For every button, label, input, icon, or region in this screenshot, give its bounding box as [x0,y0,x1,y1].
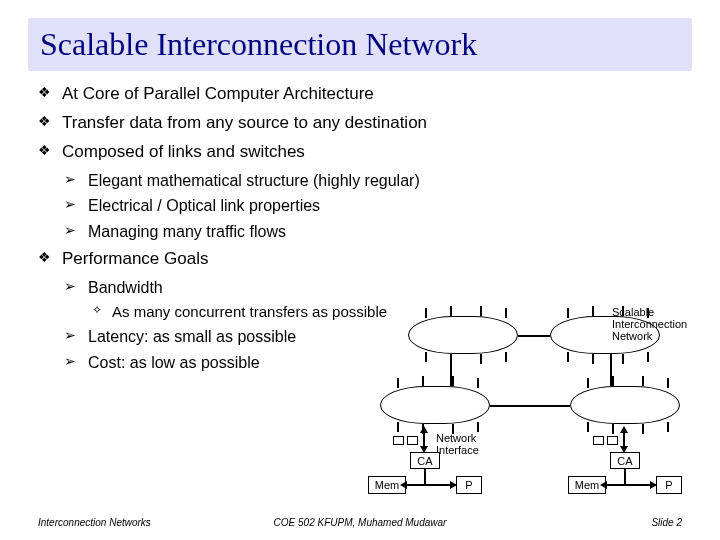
bus-line [624,469,626,485]
tick [505,352,507,362]
tick [425,352,427,362]
cloud-icon [380,386,490,424]
tick [587,422,589,432]
link-line [490,405,570,407]
tick [642,424,644,434]
arrowhead-left-icon [400,481,407,489]
slide-title: Scalable Interconnection Network [28,18,692,71]
footer-right: Slide 2 [521,517,682,528]
sub-bullet: Bandwidth [64,277,682,299]
tick [397,422,399,432]
tick [422,376,424,386]
tick [567,352,569,362]
arrowhead-up-icon [420,426,428,433]
arrowhead-left-icon [600,481,607,489]
diagram-label: Network Interface [436,432,488,456]
arrowhead-right-icon [450,481,457,489]
tick [642,376,644,386]
sub-bullet: Electrical / Optical link properties [64,195,682,217]
tick [592,306,594,316]
tick [505,308,507,318]
tick [592,354,594,364]
tick [567,308,569,318]
tick [667,422,669,432]
network-diagram: Scalable Interconnection Network Network… [390,316,680,496]
tick [425,308,427,318]
ca-box: CA [610,452,640,469]
bullet: Transfer data from any source to any des… [38,112,682,135]
tick [480,354,482,364]
chip-icon [593,436,604,445]
bus-line [424,469,426,485]
tick [452,376,454,386]
tick [450,306,452,316]
ca-box: CA [410,452,440,469]
tick [477,378,479,388]
chip-icon [607,436,618,445]
footer-center: COE 502 KFUPM, Muhamed Mudawar [199,517,521,528]
cloud-icon [408,316,518,354]
bus-line [606,484,656,486]
footer-left: Interconnection Networks [38,517,199,528]
tick [667,378,669,388]
sub-bullet: Managing many traffic flows [64,221,682,243]
link-line [518,335,550,337]
p-box: P [656,476,682,494]
bus-line [406,484,456,486]
tick [622,354,624,364]
bullet: Performance Goals [38,248,682,271]
tick [612,424,614,434]
p-box: P [456,476,482,494]
arrowhead-up-icon [620,426,628,433]
bullet: At Core of Parallel Computer Architectur… [38,83,682,106]
tick [397,378,399,388]
cloud-icon [570,386,680,424]
diagram-label: Scalable Interconnection Network [612,306,692,342]
tick [587,378,589,388]
tick [477,422,479,432]
tick [480,306,482,316]
sub-bullet: Elegant mathematical structure (highly r… [64,170,682,192]
tick [612,376,614,386]
chip-icon [393,436,404,445]
bullet: Composed of links and switches [38,141,682,164]
chip-icon [407,436,418,445]
arrowhead-right-icon [650,481,657,489]
slide-footer: Interconnection Networks COE 502 KFUPM, … [0,517,720,528]
tick [647,352,649,362]
